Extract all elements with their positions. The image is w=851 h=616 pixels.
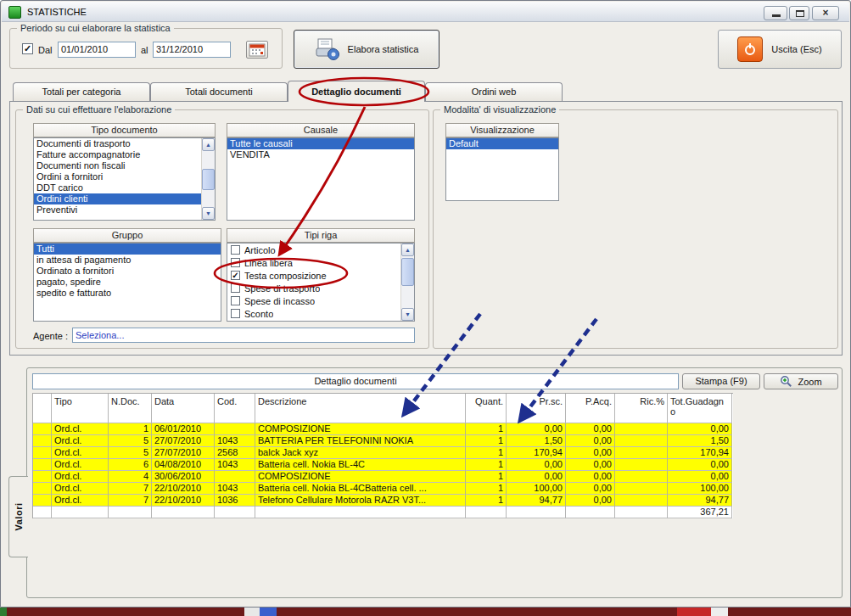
column-header[interactable]: Pr.sc. xyxy=(507,394,566,423)
tab-dettaglio-documenti[interactable]: Dettaglio documenti xyxy=(288,81,425,102)
table-row[interactable]: Ord.cl.527/07/20101043BATTERIA PER TELEF… xyxy=(33,435,733,447)
scrollbar-track[interactable] xyxy=(401,256,414,308)
unchecked-checkbox[interactable] xyxy=(231,245,240,255)
tab-totali-documenti[interactable]: Totali documenti xyxy=(150,82,288,101)
list-item-selected[interactable]: Default xyxy=(446,138,558,149)
causale-list: Tutte le causaliVENDITA xyxy=(227,137,415,221)
date-to-input[interactable]: 31/12/2010 xyxy=(153,42,231,58)
minimize-button[interactable] xyxy=(764,6,787,20)
table-cell: 0,00 xyxy=(566,459,615,471)
tab-valori[interactable]: Valori xyxy=(8,476,28,557)
list-item[interactable]: VENDITA xyxy=(227,149,414,160)
list-item[interactable]: Documenti di trasporto xyxy=(34,138,215,149)
list-item[interactable]: Fatture accompagnatorie xyxy=(34,149,215,160)
maximize-button[interactable] xyxy=(789,6,809,20)
tipo-documento-header[interactable]: Tipo documento xyxy=(33,123,216,137)
uscita-button[interactable]: Uscita (Esc) xyxy=(718,30,842,69)
list-item-selected[interactable]: Tutte le causali xyxy=(227,138,414,149)
visualizzazione-header[interactable]: Visualizzazione xyxy=(445,123,559,137)
al-label: al xyxy=(141,45,148,55)
column-header[interactable]: Quant. xyxy=(466,394,507,423)
table-cell: 04/08/2010 xyxy=(152,459,215,471)
list-item[interactable]: spedito e fatturato xyxy=(34,288,221,299)
list-item-selected[interactable]: Ordini clienti xyxy=(34,193,215,204)
agente-select[interactable]: Seleziona... xyxy=(72,328,415,343)
modalita-group-label: Modalita' di visualizzazione xyxy=(440,104,559,115)
list-item-selected[interactable]: Tutti xyxy=(34,244,221,255)
column-header[interactable]: Tot.Guadagno xyxy=(668,394,732,423)
table-cell: 1 xyxy=(466,495,507,507)
table-cell xyxy=(615,447,668,459)
table-cell: 1043 xyxy=(215,459,255,471)
scroll-down-icon[interactable]: ▼ xyxy=(401,308,414,321)
zoom-button[interactable]: Zoom xyxy=(764,373,838,389)
column-header[interactable]: N.Doc. xyxy=(109,394,152,423)
tipo-documento-scrollbar[interactable]: ▲ ▼ xyxy=(201,138,215,220)
table-cell: 0,00 xyxy=(566,423,615,435)
column-header[interactable]: Tipo xyxy=(52,394,109,423)
table-row[interactable]: Ord.cl.527/07/20102568balck Jack xyz1170… xyxy=(33,447,733,459)
unchecked-checkbox[interactable] xyxy=(231,283,240,293)
column-header[interactable]: Data xyxy=(152,394,215,423)
tipi-riga-header[interactable]: Tipi riga xyxy=(227,228,415,243)
table-row[interactable]: Ord.cl.604/08/20101043Batteria cell. Nok… xyxy=(33,459,733,471)
table-cell: 94,77 xyxy=(668,495,732,507)
results-table: TipoN.Doc.DataCod.DescrizioneQuant.Pr.sc… xyxy=(32,393,733,518)
table-row[interactable]: Ord.cl.430/06/2010COMPOSIZIONE10,000,000… xyxy=(33,471,733,483)
table-row[interactable]: Ord.cl.106/01/2010COMPOSIZIONE10,000,000… xyxy=(33,423,733,435)
stampa-button[interactable]: Stampa (F9) xyxy=(682,373,760,389)
causale-header[interactable]: Causale xyxy=(227,123,415,137)
table-cell xyxy=(33,471,52,483)
checkbox-item[interactable]: Articolo xyxy=(227,244,414,256)
tab-totali-per-categoria[interactable]: Totali per categoria xyxy=(13,82,150,101)
list-item[interactable]: DDT carico xyxy=(34,182,215,193)
scrollbar-thumb[interactable] xyxy=(401,258,414,287)
table-cell: 1,50 xyxy=(668,435,732,447)
checkbox-item[interactable]: Linea libera xyxy=(227,256,414,269)
column-header[interactable]: Descrizione xyxy=(255,394,466,423)
scroll-down-icon[interactable]: ▼ xyxy=(202,207,215,220)
list-item[interactable]: Documenti non fiscali xyxy=(34,160,215,171)
scrollbar-track[interactable] xyxy=(202,151,215,207)
list-item[interactable]: pagato, spedire xyxy=(34,277,221,288)
dal-checkbox[interactable]: ✓ xyxy=(22,43,33,54)
unchecked-checkbox[interactable] xyxy=(231,309,240,318)
date-from-input[interactable]: 01/01/2010 xyxy=(58,42,136,58)
checkbox-label: Linea libera xyxy=(244,258,293,268)
table-cell: 1 xyxy=(466,423,507,435)
periodo-group-label: Periodo su cui elaborare la statistica xyxy=(17,23,174,33)
table-row[interactable]: Ord.cl.722/10/20101043Batteria cell. Nok… xyxy=(33,483,733,495)
scroll-up-icon[interactable]: ▲ xyxy=(202,138,215,151)
list-item[interactable]: Preventivi xyxy=(34,204,215,216)
checkbox-item[interactable]: Spese di incasso xyxy=(227,294,414,307)
checkbox-item[interactable]: ✓Testa composizione xyxy=(227,269,414,282)
elabora-statistica-button[interactable]: Elabora statistica xyxy=(294,30,439,69)
checkbox-item[interactable]: Spese di trasporto xyxy=(227,282,414,294)
gruppo-header[interactable]: Gruppo xyxy=(33,228,221,243)
list-item[interactable]: Ordini a fornitori xyxy=(34,171,215,182)
scrollbar-thumb[interactable] xyxy=(202,169,215,190)
tipi-riga-scrollbar[interactable]: ▲ ▼ xyxy=(400,244,414,321)
tab-ordini-web[interactable]: Ordini web xyxy=(425,82,563,101)
unchecked-checkbox[interactable] xyxy=(231,258,240,267)
titlebar[interactable]: STATISTICHE × xyxy=(2,2,849,22)
calendar-button[interactable] xyxy=(246,41,268,59)
column-header[interactable] xyxy=(33,394,52,423)
table-cell: 0,00 xyxy=(566,471,615,483)
checkbox-item[interactable]: Sconto xyxy=(227,307,414,320)
desktop-sliver xyxy=(0,608,851,616)
checked-checkbox[interactable]: ✓ xyxy=(231,271,240,280)
column-header[interactable]: P.Acq. xyxy=(566,394,615,423)
unchecked-checkbox[interactable] xyxy=(231,296,240,305)
list-item[interactable]: in attesa di pagamento xyxy=(34,255,221,266)
checkbox-label: Testa composizione xyxy=(244,271,327,281)
periodo-group: Periodo su cui elaborare la statistica ✓… xyxy=(9,28,283,69)
column-header[interactable]: Cod. xyxy=(215,394,255,423)
close-button[interactable]: × xyxy=(812,6,839,20)
table-cell: Batteria cell. Nokia BL-4CBatteria cell.… xyxy=(255,483,466,495)
table-row[interactable]: Ord.cl.722/10/20101036Telefono Cellulare… xyxy=(33,495,733,507)
list-item[interactable]: Ordinato a fornitori xyxy=(34,266,221,277)
column-header[interactable]: Ric.% xyxy=(615,394,668,423)
scroll-up-icon[interactable]: ▲ xyxy=(401,244,414,256)
table-cell: BATTERIA PER TELEFONINI NOKIA xyxy=(255,435,466,447)
